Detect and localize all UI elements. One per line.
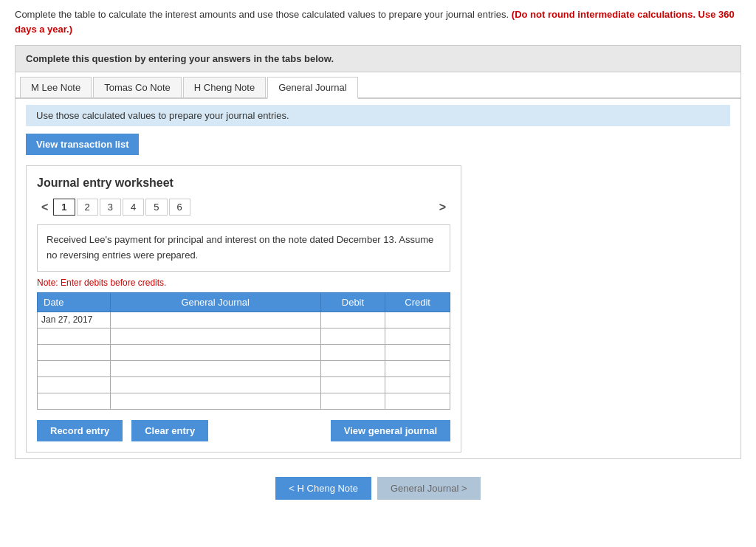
credit-input-6[interactable]: [385, 393, 450, 409]
tab-tomas-co[interactable]: Tomas Co Note: [93, 77, 182, 97]
page-5[interactable]: 5: [145, 199, 167, 216]
table-row: [38, 360, 450, 376]
journal-cell-3[interactable]: [110, 344, 320, 360]
tab-m-lee[interactable]: M Lee Note: [20, 77, 92, 97]
tab-content: Use those calculated values to prepare y…: [16, 99, 740, 458]
date-cell-3: [38, 344, 111, 360]
page-4[interactable]: 4: [123, 199, 144, 216]
debit-cell-2[interactable]: [320, 328, 385, 344]
journal-cell-6[interactable]: [110, 393, 320, 409]
page-2[interactable]: 2: [77, 199, 98, 216]
debit-credit-note: Note: Enter debits before credits.: [37, 278, 450, 288]
journal-input-3[interactable]: [111, 345, 320, 360]
debit-input-3[interactable]: [321, 345, 385, 360]
page-prev-arrow[interactable]: <: [37, 199, 52, 216]
page-3[interactable]: 3: [100, 199, 121, 216]
col-header-credit: Credit: [385, 292, 450, 312]
page-1[interactable]: 1: [53, 199, 75, 216]
record-entry-button[interactable]: Record entry: [37, 420, 123, 441]
journal-input-4[interactable]: [111, 361, 320, 376]
credit-input-2[interactable]: [385, 328, 450, 344]
date-cell-4: [38, 360, 111, 376]
debit-cell-1[interactable]: [320, 312, 385, 328]
journal-input-1[interactable]: [111, 312, 320, 328]
journal-cell-4[interactable]: [110, 360, 320, 376]
date-cell-6: [38, 393, 111, 409]
date-cell-1: Jan 27, 2017: [38, 312, 111, 328]
credit-cell-6[interactable]: [385, 393, 450, 409]
debit-input-1[interactable]: [321, 312, 385, 328]
complete-box-label: Complete this question by entering your …: [26, 53, 334, 64]
debit-input-5[interactable]: [321, 377, 385, 393]
tabs-row: M Lee Note Tomas Co Note H Cheng Note Ge…: [16, 72, 740, 99]
complete-box: Complete this question by entering your …: [15, 45, 741, 72]
next-tab-button[interactable]: General Journal >: [377, 477, 481, 500]
date-cell-2: [38, 328, 111, 344]
debit-input-6[interactable]: [321, 393, 385, 409]
journal-cell-1[interactable]: [110, 312, 320, 328]
credit-input-1[interactable]: [385, 312, 450, 328]
description-box: Received Lee's payment for principal and…: [37, 224, 450, 272]
pagination-row: < 1 2 3 4 5 6 >: [37, 199, 450, 216]
tab-general-journal[interactable]: General Journal: [267, 77, 358, 99]
view-transaction-button[interactable]: View transaction list: [26, 134, 139, 155]
credit-cell-1[interactable]: [385, 312, 450, 328]
tab-h-cheng[interactable]: H Cheng Note: [183, 77, 266, 97]
action-row: Record entry Clear entry View general jo…: [37, 420, 450, 441]
table-row: [38, 376, 450, 393]
credit-input-3[interactable]: [385, 345, 450, 360]
table-row: [38, 328, 450, 344]
debit-cell-6[interactable]: [320, 393, 385, 409]
table-row: Jan 27, 2017: [38, 312, 450, 328]
credit-cell-4[interactable]: [385, 360, 450, 376]
credit-input-4[interactable]: [385, 361, 450, 376]
credit-input-5[interactable]: [385, 377, 450, 393]
credit-cell-5[interactable]: [385, 376, 450, 393]
page-6[interactable]: 6: [169, 199, 190, 216]
info-bar-text: Use those calculated values to prepare y…: [36, 110, 289, 121]
prev-tab-button[interactable]: < H Cheng Note: [275, 477, 371, 500]
credit-cell-2[interactable]: [385, 328, 450, 344]
debit-input-2[interactable]: [321, 328, 385, 344]
clear-entry-button[interactable]: Clear entry: [131, 420, 208, 441]
debit-cell-4[interactable]: [320, 360, 385, 376]
instruction-main: Complete the table to calculate the inte…: [15, 9, 509, 20]
instruction-text: Complete the table to calculate the inte…: [15, 7, 741, 36]
page-next-arrow[interactable]: >: [435, 199, 450, 216]
journal-cell-5[interactable]: [110, 376, 320, 393]
worksheet-title: Journal entry worksheet: [37, 176, 450, 190]
journal-table: Date General Journal Debit Credit Jan 27…: [37, 292, 450, 410]
info-bar: Use those calculated values to prepare y…: [26, 105, 730, 126]
col-header-journal: General Journal: [110, 292, 320, 312]
journal-input-6[interactable]: [111, 393, 320, 409]
debit-cell-5[interactable]: [320, 376, 385, 393]
bottom-nav: < H Cheng Note General Journal >: [15, 477, 741, 500]
debit-cell-3[interactable]: [320, 344, 385, 360]
description-text: Received Lee's payment for principal and…: [47, 234, 433, 261]
table-row: [38, 393, 450, 409]
col-header-debit: Debit: [320, 292, 385, 312]
journal-input-2[interactable]: [111, 328, 320, 344]
journal-input-5[interactable]: [111, 377, 320, 393]
journal-cell-2[interactable]: [110, 328, 320, 344]
view-general-journal-button[interactable]: View general journal: [331, 420, 450, 441]
table-row: [38, 344, 450, 360]
worksheet-box: Journal entry worksheet < 1 2 3 4 5 6 > …: [26, 165, 461, 453]
col-header-date: Date: [38, 292, 111, 312]
tabs-container: M Lee Note Tomas Co Note H Cheng Note Ge…: [15, 72, 741, 459]
date-cell-5: [38, 376, 111, 393]
debit-input-4[interactable]: [321, 361, 385, 376]
credit-cell-3[interactable]: [385, 344, 450, 360]
